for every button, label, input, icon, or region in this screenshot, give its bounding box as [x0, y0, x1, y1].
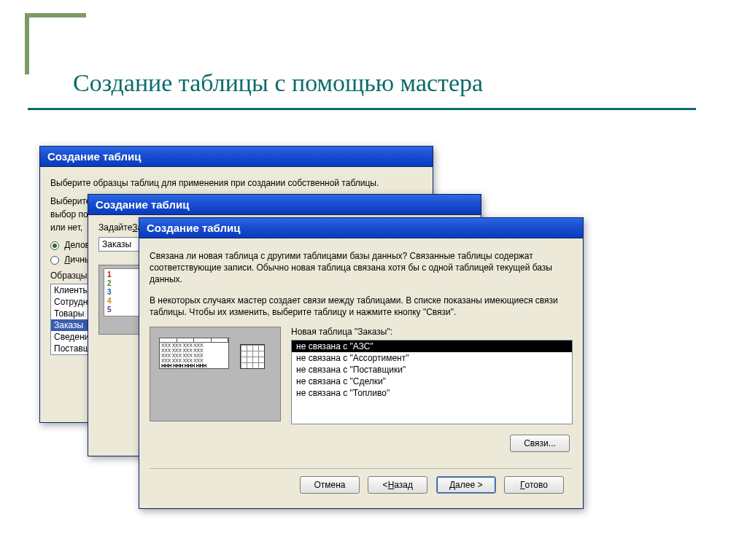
radio-icon [50, 256, 59, 265]
relations-button[interactable]: Связи... [510, 435, 570, 452]
relation-illustration: XXX XXX XXX XXX XXX XXX XXX XXX XXX XXX … [150, 327, 281, 421]
slide-corner-accent [25, 13, 86, 74]
cancel-button[interactable]: Отмена [300, 476, 360, 494]
list-item[interactable]: не связана с "Ассортимент" [292, 352, 572, 364]
titlebar[interactable]: Создание таблиц [40, 147, 433, 167]
finish-button[interactable]: Готово [504, 476, 564, 494]
grid-icon [240, 344, 265, 369]
list-item[interactable]: не связана с "Поставщики" [292, 364, 572, 376]
slide-title: Создание таблицы с помощью мастера [73, 69, 483, 97]
instruction-text: Связана ли новая таблица с другими табли… [150, 250, 573, 286]
wizard-button-row: Отмена < Назад Далее > Готово [150, 469, 573, 502]
relations-label: Новая таблица "Заказы": [291, 327, 573, 337]
list-item[interactable]: не связана с "Топливо" [292, 387, 572, 399]
list-item[interactable]: не связана с "Сделки" [292, 376, 572, 387]
instruction-text: В некоторых случаях мастер создает связи… [150, 295, 573, 318]
list-item[interactable]: не связана с "АЗС" [292, 341, 572, 352]
relations-list[interactable]: не связана с "АЗС" не связана с "Ассорти… [291, 340, 573, 424]
slide-rule [28, 108, 696, 110]
radio-icon [50, 241, 59, 250]
instruction-text: Выберите образцы таблиц для применения п… [50, 177, 422, 189]
back-button[interactable]: < Назад [368, 476, 427, 494]
next-button[interactable]: Далее > [436, 476, 496, 494]
wizard-dialog-step3: Создание таблиц Связана ли новая таблица… [139, 217, 584, 509]
titlebar[interactable]: Создание таблиц [139, 218, 583, 238]
titlebar[interactable]: Создание таблиц [88, 195, 481, 215]
